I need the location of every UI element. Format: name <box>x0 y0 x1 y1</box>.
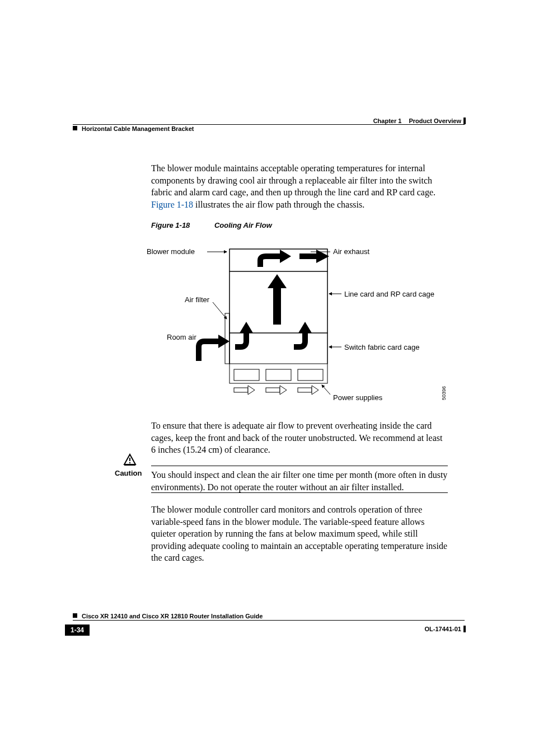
svg-marker-12 <box>240 322 253 333</box>
svg-rect-21 <box>298 388 312 392</box>
label-power-supplies: Power supplies <box>333 393 382 402</box>
caution-rule-top <box>151 466 448 466</box>
caution-label: Caution <box>115 469 142 477</box>
svg-line-28 <box>322 385 330 395</box>
footer-rule <box>73 620 465 621</box>
svg-rect-17 <box>234 388 248 392</box>
figure-id-number: 50396 <box>441 386 447 400</box>
header-right-bar <box>463 118 466 124</box>
doc-id-bar <box>463 626 466 632</box>
svg-line-25 <box>213 302 227 319</box>
airflow-diagram-svg <box>151 235 448 408</box>
figure-number: Figure 1-18 <box>151 221 190 229</box>
figure-reference-link[interactable]: Figure 1-18 <box>151 200 193 209</box>
svg-marker-14 <box>268 274 287 288</box>
label-blower-module: Blower module <box>147 247 195 256</box>
chapter-title: Product Overview <box>409 118 461 124</box>
svg-marker-22 <box>312 386 318 395</box>
svg-rect-5 <box>266 369 291 381</box>
label-line-card-cage: Line card and RP card cage <box>344 290 434 298</box>
svg-rect-6 <box>298 369 323 381</box>
label-room-air: Room air <box>167 333 196 341</box>
caution-rule-bot <box>151 492 448 493</box>
svg-marker-15 <box>280 250 291 263</box>
page-number: 1-34 <box>65 624 90 636</box>
svg-rect-19 <box>266 388 280 392</box>
svg-marker-18 <box>248 386 255 395</box>
p1-text-a: The blower module maintains acceptable o… <box>151 163 435 197</box>
paragraph-intro: The blower module maintains acceptable o… <box>151 162 448 210</box>
label-switch-fabric: Switch fabric card cage <box>344 343 419 351</box>
document-id: OL-17441-01 <box>425 626 461 632</box>
paragraph-airflow: To ensure that there is adequate air flo… <box>151 420 448 456</box>
svg-rect-7 <box>225 313 229 364</box>
header-rule <box>73 124 465 125</box>
caution-text: You should inspect and clean the air fil… <box>151 469 448 493</box>
svg-rect-4 <box>234 369 259 381</box>
caution-icon <box>123 453 137 468</box>
header-square-icon <box>73 126 77 130</box>
footer-square-icon <box>73 613 77 618</box>
figure-caption: Figure 1-18 Cooling Air Flow <box>151 221 272 229</box>
figure-title: Cooling Air Flow <box>214 221 272 229</box>
footer-guide-title: Cisco XR 12410 and Cisco XR 12810 Router… <box>82 613 263 619</box>
p1-text-b: illustrates the air flow path through th… <box>193 200 364 209</box>
svg-point-31 <box>129 462 130 463</box>
svg-marker-13 <box>298 322 312 333</box>
svg-rect-1 <box>229 249 327 271</box>
figure-diagram: Blower module Air exhaust Air filter Lin… <box>151 235 448 408</box>
label-air-exhaust: Air exhaust <box>333 247 369 256</box>
running-header-right: Chapter 1 Product Overview <box>373 118 461 124</box>
chapter-label: Chapter 1 <box>373 118 402 124</box>
svg-marker-11 <box>218 335 229 348</box>
paragraph-controller: The blower module controller card monito… <box>151 504 448 564</box>
svg-marker-20 <box>280 386 287 395</box>
section-title: Horizontal Cable Management Bracket <box>82 125 194 132</box>
label-air-filter: Air filter <box>185 295 209 304</box>
